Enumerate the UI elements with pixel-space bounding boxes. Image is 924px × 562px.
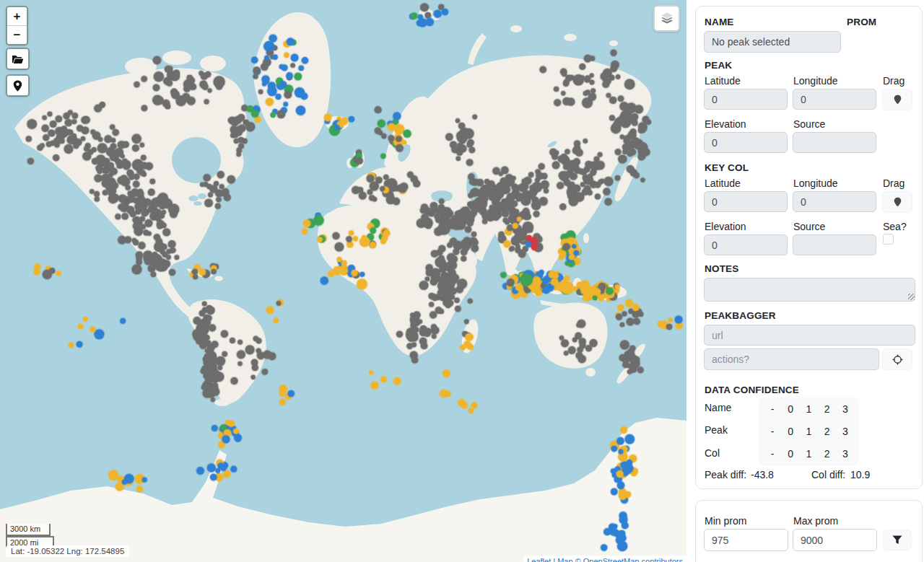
confidence-peak-label: Peak — [705, 424, 728, 436]
map-attribution[interactable]: Leaflet | Map © OpenStreetMap contributo… — [523, 556, 687, 562]
cursor-coordinates: Lat: -19.05322 Lng: 172.54895 — [6, 545, 129, 557]
confidence-name-option[interactable]: 3 — [840, 403, 850, 415]
locate-button[interactable] — [882, 348, 912, 370]
confidence-name-option[interactable]: 0 — [785, 403, 796, 415]
layers-icon — [659, 11, 675, 27]
peak-drag-label: Drag — [883, 75, 905, 87]
confidence-col-option[interactable]: 1 — [804, 448, 814, 460]
peakbagger-actions-input[interactable] — [704, 348, 879, 370]
open-folder-icon — [12, 54, 24, 64]
peak-drag-button[interactable] — [882, 89, 912, 110]
confidence-peak-option[interactable]: 1 — [804, 426, 814, 437]
confidence-options-group: - 0 1 2 3 - 0 1 2 3 - 0 1 2 — [759, 398, 859, 466]
keycol-latitude-label: Latitude — [705, 177, 741, 189]
data-confidence-header: DATA CONFIDENCE — [705, 385, 799, 395]
peak-latitude-label: Latitude — [705, 75, 741, 87]
map[interactable]: + − 3000 — [0, 0, 687, 562]
crosshair-icon — [892, 354, 903, 365]
peak-elevation-label: Elevation — [705, 118, 746, 130]
peak-elevation-input[interactable] — [704, 132, 788, 153]
min-prom-label: Min prom — [705, 515, 746, 527]
confidence-name-option[interactable]: 2 — [822, 403, 832, 415]
peak-diff-label: Peak diff: — [705, 469, 746, 480]
confidence-col-option[interactable]: - — [767, 448, 777, 460]
col-diff-label: Col diff: — [811, 469, 845, 480]
scale-control: 3000 km 2000 mi — [6, 524, 54, 548]
keycol-longitude-input[interactable] — [793, 191, 876, 212]
notes-textarea[interactable] — [704, 278, 915, 302]
app: + − 3000 — [0, 0, 924, 562]
zoom-out-button[interactable]: − — [7, 25, 27, 44]
world-map-canvas — [0, 0, 687, 562]
keycol-elevation-label: Elevation — [705, 221, 746, 232]
confidence-name-option[interactable]: - — [767, 403, 777, 415]
filter-funnel-icon — [892, 535, 902, 545]
peak-editor-panel: NAME PROM PEAK Latitude Longitude Drag E… — [695, 6, 923, 489]
marker-control — [6, 74, 30, 97]
zoom-control: + − — [6, 6, 28, 45]
open-folder-button[interactable] — [7, 49, 28, 69]
keycol-drag-button[interactable] — [882, 191, 912, 213]
peakbagger-url-input[interactable] — [704, 325, 915, 346]
keycol-source-input[interactable] — [793, 234, 876, 255]
apply-filter-button[interactable] — [883, 530, 912, 550]
confidence-name-option[interactable]: 1 — [804, 403, 814, 415]
confidence-col-option[interactable]: 2 — [822, 448, 832, 460]
confidence-col-option[interactable]: 3 — [840, 448, 850, 460]
peak-drag-pin-icon — [894, 95, 902, 105]
confidence-peak-option[interactable]: 2 — [822, 426, 832, 437]
prominence-filter-panel: Min prom Max prom — [695, 500, 923, 562]
notes-resize-grip[interactable] — [908, 294, 915, 300]
layers-control-button[interactable] — [653, 5, 680, 32]
keycol-longitude-label: Longitude — [793, 177, 838, 189]
peak-latitude-input[interactable] — [704, 89, 788, 110]
peak-longitude-input[interactable] — [793, 89, 876, 110]
min-prom-input[interactable] — [704, 529, 788, 551]
open-file-control — [6, 48, 30, 70]
peak-name-input[interactable] — [704, 31, 841, 53]
peak-diff-value: -43.8 — [751, 469, 774, 480]
peakbagger-header: PEAKBAGGER — [705, 310, 776, 321]
keycol-section-header: KEY COL — [705, 162, 749, 173]
map-pin-button[interactable] — [7, 76, 28, 95]
confidence-col-label: Col — [705, 447, 720, 459]
keycol-latitude-input[interactable] — [704, 191, 788, 212]
confidence-name-label: Name — [705, 402, 731, 413]
peak-source-label: Source — [793, 118, 825, 130]
confidence-col-options: - 0 1 2 3 — [759, 442, 859, 465]
keycol-drag-label: Drag — [883, 177, 905, 189]
map-pin-icon — [13, 80, 22, 92]
peak-longitude-label: Longitude — [793, 75, 838, 87]
max-prom-input[interactable] — [793, 529, 877, 551]
zoom-in-button[interactable]: + — [7, 7, 27, 25]
keycol-sea-label: Sea? — [883, 221, 907, 232]
peak-section-header: PEAK — [705, 60, 732, 71]
sidebar: NAME PROM PEAK Latitude Longitude Drag E… — [687, 0, 924, 562]
confidence-peak-options: - 0 1 2 3 — [759, 420, 859, 442]
keycol-drag-pin-icon — [894, 197, 902, 207]
col-diff-value: 10.9 — [850, 469, 870, 480]
peak-source-input[interactable] — [793, 132, 876, 153]
sea-checkbox[interactable] — [883, 234, 894, 245]
confidence-peak-option[interactable]: 3 — [840, 426, 850, 437]
name-header: NAME — [705, 17, 734, 27]
max-prom-label: Max prom — [793, 515, 838, 527]
notes-header: NOTES — [705, 263, 739, 274]
confidence-peak-option[interactable]: - — [767, 426, 777, 437]
confidence-col-option[interactable]: 0 — [785, 448, 796, 460]
keycol-elevation-input[interactable] — [704, 234, 788, 255]
keycol-source-label: Source — [793, 221, 825, 232]
confidence-peak-option[interactable]: 0 — [785, 426, 796, 437]
scale-km: 3000 km — [6, 524, 51, 536]
confidence-name-options: - 0 1 2 3 — [759, 398, 859, 420]
prom-header: PROM — [847, 17, 876, 27]
